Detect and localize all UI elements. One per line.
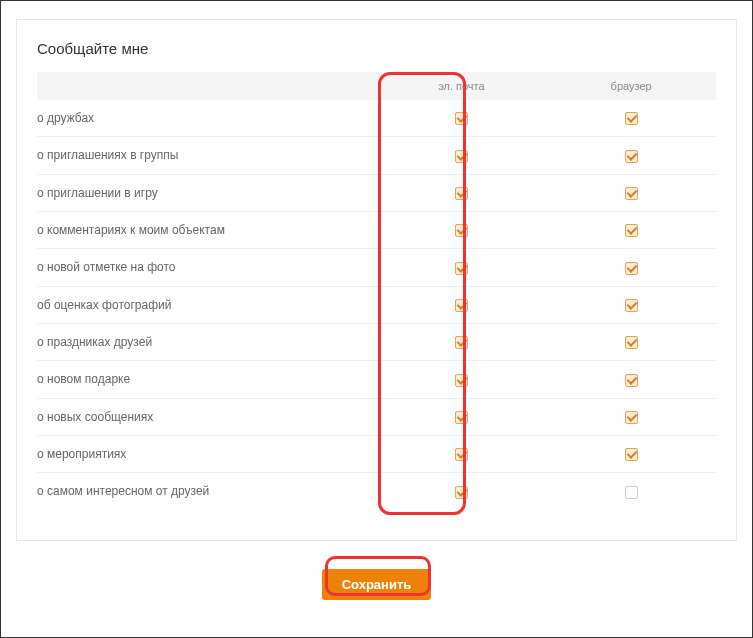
section-title: Сообщайте мне bbox=[37, 40, 716, 57]
email-checkbox[interactable] bbox=[455, 374, 468, 387]
header-label bbox=[37, 72, 377, 100]
row-label: об оценках фотографий bbox=[37, 286, 377, 323]
header-browser: браузер bbox=[546, 72, 716, 100]
table-row: о новых сообщениях bbox=[37, 398, 716, 435]
table-row: о приглашении в игру bbox=[37, 174, 716, 211]
email-checkbox[interactable] bbox=[455, 150, 468, 163]
notifications-table: эл. почта браузер о дружбахо приглашения… bbox=[37, 72, 716, 510]
browser-checkbox[interactable] bbox=[625, 150, 638, 163]
table-row: о самом интересном от друзей bbox=[37, 473, 716, 510]
row-label: о дружбах bbox=[37, 100, 377, 137]
row-label: о приглашении в игру bbox=[37, 174, 377, 211]
save-button[interactable]: Сохранить bbox=[322, 569, 432, 600]
email-checkbox[interactable] bbox=[455, 262, 468, 275]
email-checkbox[interactable] bbox=[455, 336, 468, 349]
row-label: о мероприятиях bbox=[37, 435, 377, 472]
browser-checkbox[interactable] bbox=[625, 262, 638, 275]
email-checkbox[interactable] bbox=[455, 112, 468, 125]
browser-checkbox[interactable] bbox=[625, 374, 638, 387]
browser-checkbox[interactable] bbox=[625, 448, 638, 461]
row-label: о новой отметке на фото bbox=[37, 249, 377, 286]
email-checkbox[interactable] bbox=[455, 224, 468, 237]
email-checkbox[interactable] bbox=[455, 448, 468, 461]
row-label: о новом подарке bbox=[37, 361, 377, 398]
browser-checkbox[interactable] bbox=[625, 411, 638, 424]
table-row: о новой отметке на фото bbox=[37, 249, 716, 286]
header-email: эл. почта bbox=[377, 72, 547, 100]
email-checkbox[interactable] bbox=[455, 187, 468, 200]
row-label: о приглашениях в группы bbox=[37, 137, 377, 174]
row-label: о комментариях к моим объектам bbox=[37, 211, 377, 248]
row-label: о новых сообщениях bbox=[37, 398, 377, 435]
table-row: о комментариях к моим объектам bbox=[37, 211, 716, 248]
email-checkbox[interactable] bbox=[455, 299, 468, 312]
table-row: о дружбах bbox=[37, 100, 716, 137]
browser-checkbox[interactable] bbox=[625, 112, 638, 125]
table-row: о праздниках друзей bbox=[37, 323, 716, 360]
row-label: о самом интересном от друзей bbox=[37, 473, 377, 510]
row-label: о праздниках друзей bbox=[37, 323, 377, 360]
browser-checkbox[interactable] bbox=[625, 187, 638, 200]
table-row: о мероприятиях bbox=[37, 435, 716, 472]
browser-checkbox[interactable] bbox=[625, 299, 638, 312]
browser-checkbox[interactable] bbox=[625, 224, 638, 237]
email-checkbox[interactable] bbox=[455, 411, 468, 424]
email-checkbox[interactable] bbox=[455, 486, 468, 499]
table-row: о новом подарке bbox=[37, 361, 716, 398]
table-row: об оценках фотографий bbox=[37, 286, 716, 323]
table-row: о приглашениях в группы bbox=[37, 137, 716, 174]
browser-checkbox[interactable] bbox=[625, 336, 638, 349]
browser-checkbox[interactable] bbox=[625, 486, 638, 499]
